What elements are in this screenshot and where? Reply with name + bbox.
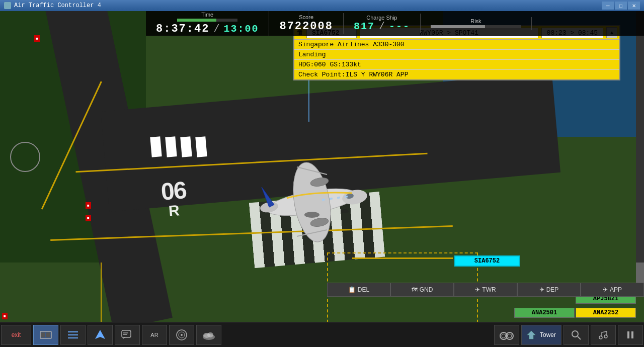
svg-rect-36 [506,334,508,336]
svg-rect-43 [631,331,633,338]
hud-risk-bar [431,25,521,28]
gnd-button[interactable]: 🗺 GND [390,283,454,297]
airplane [247,157,377,250]
control-button-bar: 📋 DEL 🗺 GND ✈ TWR ✈ DEP ✈ APP [327,283,644,297]
svg-line-39 [578,336,581,339]
svg-rect-18 [46,332,50,337]
svg-point-31 [207,332,213,337]
hud-charge-sep: / [379,21,385,32]
svg-point-38 [572,331,578,337]
tower-label: Tower [540,331,556,338]
game-viewport[interactable]: 06 R ■ ■ ■ ■ [0,11,644,322]
taskbar: exit AR [0,322,644,347]
hud-time-sep: / [213,23,219,35]
info-status: Landing [294,50,619,60]
hud-risk-label: Risk [470,18,481,24]
svg-rect-42 [627,331,629,338]
radar-button[interactable] [60,325,86,345]
del-button[interactable]: 📋 DEL [327,283,390,297]
hud-time-label: Time [201,12,213,18]
flight-tag-ana2252[interactable]: ANA2252 [576,308,636,318]
svg-point-14 [341,209,349,213]
del-label: DEL [358,286,369,293]
gnd-icon: 🗺 [412,286,418,293]
hud-score-label: Score [299,14,313,20]
hud-charge-label: Charge Ship [366,15,397,21]
ar-button[interactable]: AR [142,325,167,345]
svg-point-35 [508,334,512,338]
window-title: Air Traffic Controller 4 [4,2,101,9]
title-bar: Air Traffic Controller 4 ─ □ ✕ [0,0,644,11]
scroll-thumb[interactable] [636,263,644,283]
flight-tag-ana2501[interactable]: ANA2501 [514,308,575,318]
app-icon [4,2,11,9]
hud-charge-section: Charge Ship 817 / --- [344,14,421,33]
info-airline: Singapore Airlines A330-300 [294,40,619,50]
nav-button[interactable] [88,325,113,345]
svg-rect-23 [122,330,131,337]
restore-button[interactable]: □ [615,2,627,10]
dep-icon: ✈ [539,286,544,293]
window-controls: ─ □ ✕ [602,2,640,10]
ar-label: AR [150,332,158,338]
hud-risk-section: Risk [421,17,532,30]
runway-mark-3 [180,136,192,157]
info-checkpoint: Check Point:ILS Y RWY06R APP [294,70,619,79]
tower-button[interactable]: Tower [521,325,561,345]
hud-time-value: 8:37:42 [156,23,209,35]
radar2-button[interactable] [169,325,194,345]
svg-point-3 [288,159,337,245]
hud-score-section: Score 8722008 [269,13,343,34]
svg-point-41 [604,335,607,338]
minimize-button[interactable]: ─ [602,2,614,10]
hud-time-section: Time 8:37:42 / 13:00 [146,11,269,36]
music-button[interactable] [591,325,616,345]
flight-group-2: ANA2501 ANA2252 [514,308,636,318]
hud-time-fill [177,19,216,22]
red-sign-2: ■ [86,202,91,209]
sia-selected-tag[interactable]: SIA6752 [454,255,520,267]
gnd-label: GND [420,286,433,293]
twr-button[interactable]: ✈ TWR [454,283,517,297]
svg-point-28 [181,334,183,336]
svg-marker-22 [95,330,105,339]
app-label: APP [610,286,622,293]
close-button[interactable]: ✕ [628,2,640,10]
runway-number: 06 [160,176,187,206]
binoculars-button[interactable] [494,325,519,345]
taxiway-line-vert [101,263,102,322]
red-sign-3: ■ [86,215,91,221]
cloud-button[interactable] [196,325,221,345]
svg-point-40 [599,336,602,339]
exit-button[interactable]: exit [1,325,31,345]
hud-score-value: 8722008 [279,20,333,33]
app-icon: ✈ [603,286,608,293]
svg-point-34 [502,334,506,338]
scroll-indicator[interactable] [636,11,644,283]
del-icon: 📋 [348,286,356,293]
runway-mark-2 [165,136,177,157]
chat-button[interactable] [115,325,140,345]
runway-mark-4 [195,136,207,157]
svg-marker-37 [527,331,535,339]
red-sign-4: ■ [2,313,8,319]
hud-bar: Time 8:37:42 / 13:00 Score 8722008 Charg… [146,11,644,36]
pause-button[interactable] [618,325,643,345]
twr-label: TWR [482,286,496,293]
hud-time-bar [177,19,237,22]
svg-point-15 [304,212,319,218]
search-button[interactable] [564,325,589,345]
screen-layout-button[interactable] [33,325,58,345]
twr-icon: ✈ [475,286,480,293]
app-title-text: Air Traffic Controller 4 [14,2,101,9]
info-hdg-gs: HDG:060 GS:133kt [294,60,619,70]
runway-mark-1 [150,136,162,157]
sia-flight-tag[interactable]: SIA6752 [454,255,520,267]
hud-charge-dashes: --- [389,21,410,32]
hud-risk-fill [431,25,485,28]
helipad [10,142,40,172]
app-button[interactable]: ✈ APP [581,283,644,297]
red-sign-1: ■ [34,35,40,42]
dep-button[interactable]: ✈ DEP [517,283,581,297]
svg-rect-17 [41,332,45,337]
